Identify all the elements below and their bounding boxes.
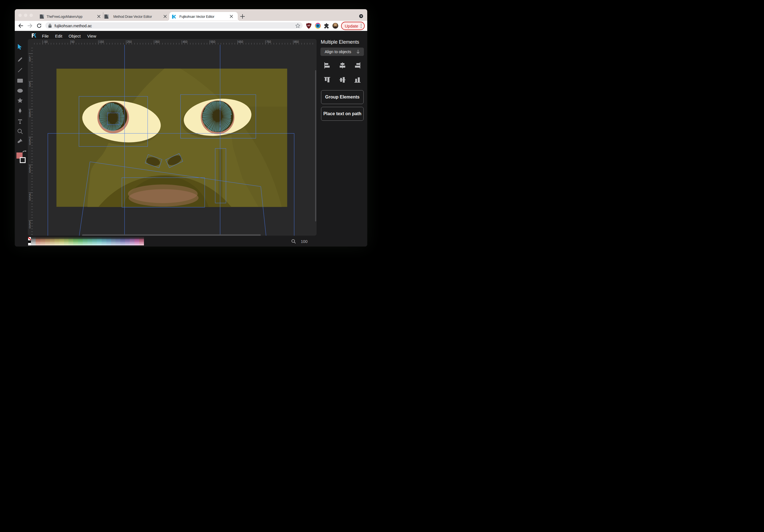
svg-text:0: 0 (29, 115, 31, 118)
svg-text:0: 0 (29, 142, 31, 146)
svg-text:350: 350 (155, 40, 160, 44)
svg-text:0: 0 (29, 198, 31, 201)
svg-text:650: 650 (239, 40, 243, 44)
svg-text:0: 0 (29, 84, 31, 87)
svg-text:50: 50 (72, 40, 75, 44)
svg-text:250: 250 (127, 40, 132, 44)
svg-text:850: 850 (294, 40, 299, 44)
svg-text:0: 0 (29, 226, 31, 229)
svg-text:550: 550 (211, 40, 216, 44)
svg-text:0: 0 (29, 59, 31, 62)
svg-text:150: 150 (99, 40, 104, 44)
svg-text:450: 450 (183, 40, 188, 44)
svg-text:750: 750 (267, 40, 271, 44)
svg-text:-50: -50 (44, 40, 48, 44)
svg-text:0: 0 (29, 170, 31, 173)
svg-text:uO: uO (307, 25, 310, 26)
